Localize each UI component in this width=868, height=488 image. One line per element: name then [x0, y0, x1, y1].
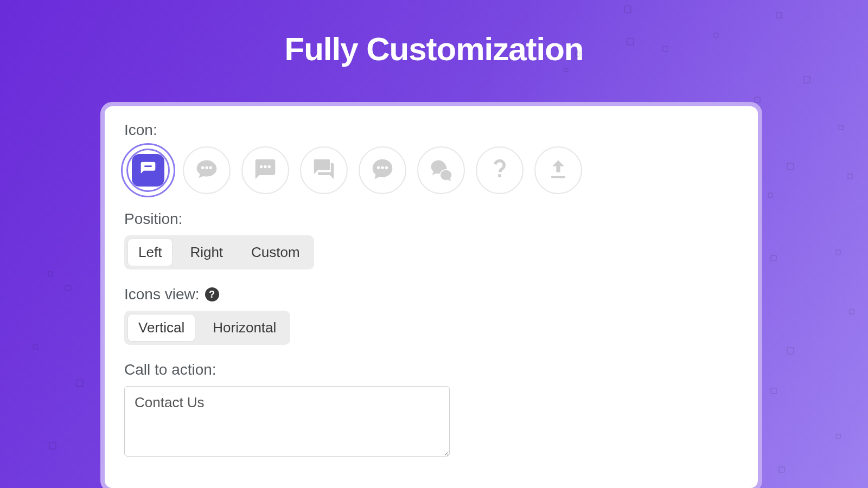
icons-view-option-horizontal[interactable]: Horizontal: [199, 311, 290, 345]
position-option-left[interactable]: Left: [127, 239, 173, 266]
icon-choice-chat-round-dots[interactable]: [359, 146, 406, 194]
icons-view-label-text: Icons view:: [124, 286, 200, 303]
icon-choice-chat-dots-outline[interactable]: [183, 146, 231, 194]
position-label: Position:: [124, 210, 738, 228]
icons-view-label: Icons view: ?: [124, 286, 738, 303]
chat-bubble-dots-solid-icon: [253, 157, 277, 183]
icons-view-segmented: Vertical Horizontal: [124, 311, 290, 345]
position-segmented: Left Right Custom: [124, 235, 314, 269]
icon-choice-chat-lines[interactable]: [124, 146, 172, 194]
chat-bubble-lines-icon: [139, 160, 157, 180]
chat-pair-icon: [429, 157, 453, 183]
icon-label: Icon:: [124, 121, 738, 139]
icon-choice-question[interactable]: [476, 146, 524, 194]
position-option-right[interactable]: Right: [176, 235, 237, 269]
cta-textarea[interactable]: [124, 386, 450, 457]
settings-card: Icon:: [100, 102, 762, 488]
cta-label: Call to action:: [124, 361, 738, 378]
position-option-custom[interactable]: Custom: [237, 235, 314, 269]
chat-round-dots-icon: [371, 157, 394, 183]
chat-bubbles-stack-icon: [312, 157, 336, 183]
question-mark-icon: [488, 157, 512, 183]
icon-choice-chat-pair[interactable]: [417, 146, 465, 194]
help-icon[interactable]: ?: [205, 287, 219, 301]
icon-choice-chat-stack[interactable]: [300, 146, 348, 194]
icons-view-option-vertical[interactable]: Vertical: [127, 314, 195, 342]
chat-bubble-dots-outline-icon: [195, 157, 219, 183]
icon-choice-row: [124, 146, 738, 194]
page-title: Fully Customization: [0, 0, 868, 68]
icon-choice-upload[interactable]: [534, 146, 582, 194]
upload-icon: [546, 157, 570, 183]
icon-choice-chat-dots-solid[interactable]: [241, 146, 289, 194]
